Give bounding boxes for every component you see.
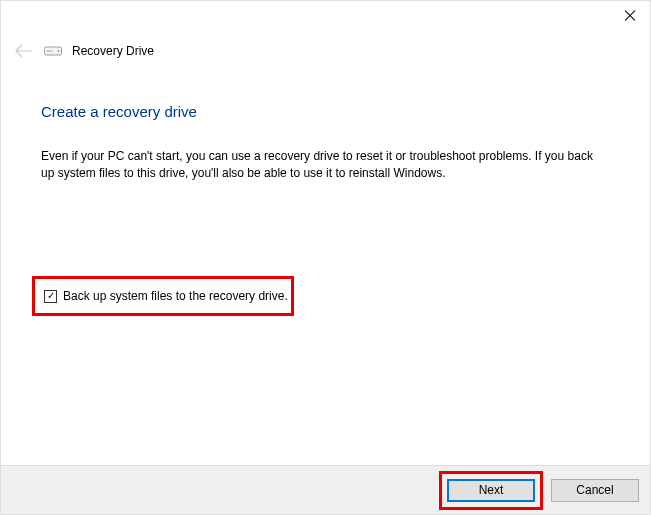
backup-checkbox[interactable]: ✓ (44, 290, 57, 303)
next-button-highlight: Next (439, 471, 543, 510)
titlebar (1, 1, 650, 31)
backup-checkbox-label: Back up system files to the recovery dri… (63, 289, 288, 303)
next-button[interactable]: Next (447, 479, 535, 502)
back-arrow-icon (14, 41, 34, 61)
close-icon[interactable] (624, 10, 636, 22)
svg-point-1 (58, 50, 60, 52)
wizard-header: Recovery Drive (1, 31, 650, 61)
cancel-button[interactable]: Cancel (551, 479, 639, 502)
svg-rect-2 (47, 50, 53, 52)
backup-checkbox-row[interactable]: ✓ Back up system files to the recovery d… (32, 276, 294, 316)
drive-icon (44, 45, 62, 57)
page-description: Even if your PC can't start, you can use… (41, 148, 596, 183)
footer-bar: Next Cancel (1, 465, 650, 514)
recovery-drive-wizard: Recovery Drive Create a recovery drive E… (0, 0, 651, 515)
page-heading: Create a recovery drive (41, 103, 605, 120)
wizard-title: Recovery Drive (72, 44, 154, 58)
content-area: Create a recovery drive Even if your PC … (1, 61, 650, 183)
